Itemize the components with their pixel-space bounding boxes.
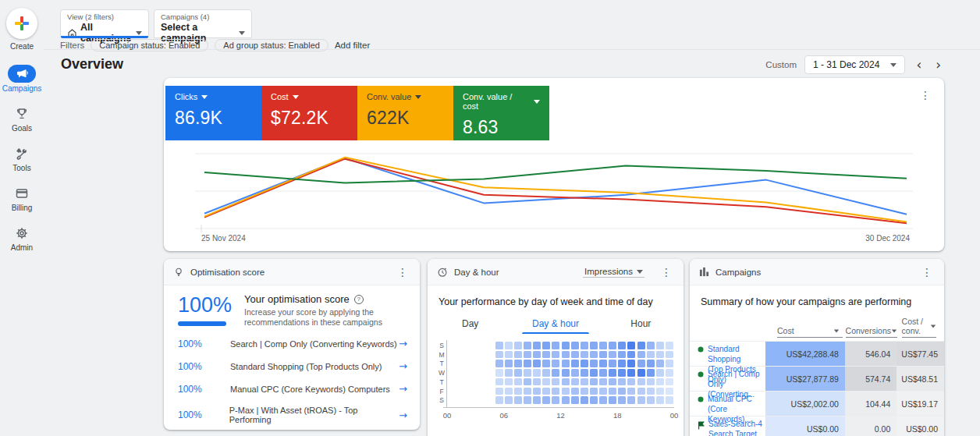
add-filter-button[interactable]: Add filter xyxy=(335,41,370,50)
sidebar-item-admin[interactable]: Admin xyxy=(0,224,44,252)
card-menu-button[interactable]: ⋮ xyxy=(395,266,410,278)
heatmap-cell[interactable] xyxy=(609,342,616,349)
heatmap-cell[interactable] xyxy=(581,351,588,359)
heatmap-cell[interactable] xyxy=(599,342,607,349)
heatmap-cell[interactable] xyxy=(590,360,598,367)
campaign-selector[interactable]: Campaigns (4) Select a campaign xyxy=(154,9,252,38)
heatmap-cell[interactable] xyxy=(514,378,522,386)
recommendation-row[interactable]: 100% Standard Shopping (Top Products Onl… xyxy=(164,355,420,378)
heatmap-cell[interactable] xyxy=(627,388,635,395)
column-header-cost-conv-[interactable]: Cost / conv. xyxy=(902,317,936,338)
heatmap-cell[interactable] xyxy=(637,342,645,349)
heatmap-cell[interactable] xyxy=(533,360,541,367)
heatmap-cell[interactable] xyxy=(609,360,616,367)
heatmap-cell[interactable] xyxy=(618,360,626,367)
heatmap-cell[interactable] xyxy=(656,378,664,386)
heatmap-cell[interactable] xyxy=(627,396,635,404)
heatmap-cell[interactable] xyxy=(505,369,513,377)
heatmap-cell[interactable] xyxy=(618,378,626,386)
heatmap-cell[interactable] xyxy=(562,360,570,367)
heatmap-cell[interactable] xyxy=(627,342,635,349)
heatmap-cell[interactable] xyxy=(581,388,588,395)
heatmap-cell[interactable] xyxy=(656,369,664,377)
heatmap-cell[interactable] xyxy=(524,396,531,404)
heatmap-cell[interactable] xyxy=(524,351,531,359)
heatmap-cell[interactable] xyxy=(647,396,655,404)
heatmap-cell[interactable] xyxy=(599,396,607,404)
heatmap-cell[interactable] xyxy=(666,342,673,349)
heatmap-cell[interactable] xyxy=(505,396,513,404)
heatmap-cell[interactable] xyxy=(637,369,645,377)
heatmap-cell[interactable] xyxy=(647,369,655,377)
heatmap-cell[interactable] xyxy=(647,388,655,395)
heatmap-cell[interactable] xyxy=(627,378,635,386)
heatmap-cell[interactable] xyxy=(524,388,531,395)
heatmap-cell[interactable] xyxy=(505,342,513,349)
heatmap-cell[interactable] xyxy=(627,360,635,367)
heatmap-cell[interactable] xyxy=(599,360,607,367)
heatmap-cell[interactable] xyxy=(562,378,570,386)
heatmap-cell[interactable] xyxy=(618,342,626,349)
heatmap-cell[interactable] xyxy=(514,360,522,367)
heatmap-cell[interactable] xyxy=(562,388,570,395)
date-next-button[interactable]: › xyxy=(932,58,944,72)
heatmap-cell[interactable] xyxy=(542,378,550,386)
heatmap-cell[interactable] xyxy=(656,396,664,404)
heatmap-cell[interactable] xyxy=(656,388,664,395)
heatmap-metric-selector[interactable]: Impressions xyxy=(583,266,644,278)
heatmap-cell[interactable] xyxy=(514,342,522,349)
heatmap-cell[interactable] xyxy=(562,342,570,349)
tab-hour[interactable]: Hour xyxy=(598,318,683,334)
heatmap-cell[interactable] xyxy=(505,388,513,395)
heatmap-cell[interactable] xyxy=(562,351,570,359)
heatmap-cell[interactable] xyxy=(609,351,616,359)
heatmap-cell[interactable] xyxy=(647,342,655,349)
heatmap-cell[interactable] xyxy=(552,360,559,367)
heatmap-cell[interactable] xyxy=(495,351,503,359)
heatmap-cell[interactable] xyxy=(552,351,559,359)
heatmap-cell[interactable] xyxy=(505,360,513,367)
date-range-picker[interactable]: 1 - 31 Dec 2024 xyxy=(804,55,905,74)
heatmap-cell[interactable] xyxy=(524,360,531,367)
heatmap-cell[interactable] xyxy=(514,396,522,404)
heatmap-cell[interactable] xyxy=(581,342,588,349)
heatmap-cell[interactable] xyxy=(637,378,645,386)
recommendation-row[interactable]: 100% Search | Comp Only (Converting Keyw… xyxy=(164,332,420,355)
heatmap-cell[interactable] xyxy=(542,388,550,395)
heatmap-cell[interactable] xyxy=(495,378,503,386)
date-prev-button[interactable]: ‹ xyxy=(913,58,925,72)
heatmap-cell[interactable] xyxy=(656,351,664,359)
heatmap-cell[interactable] xyxy=(656,342,664,349)
heatmap-cell[interactable] xyxy=(666,369,673,377)
tab-day-hour[interactable]: Day & hour xyxy=(513,318,598,334)
campaign-name-link[interactable]: Search | Comp Only(Converting... xyxy=(690,367,765,391)
heatmap-cell[interactable] xyxy=(666,388,673,395)
heatmap-cell[interactable] xyxy=(524,369,531,377)
heatmap-cell[interactable] xyxy=(505,378,513,386)
arrow-right-icon[interactable]: → xyxy=(399,383,407,395)
help-icon[interactable]: ? xyxy=(354,295,364,304)
heatmap-cell[interactable] xyxy=(571,351,579,359)
heatmap-cell[interactable] xyxy=(533,351,541,359)
heatmap-cell[interactable] xyxy=(571,360,579,367)
chart-menu-button[interactable]: ⋮ xyxy=(918,89,933,101)
heatmap-cell[interactable] xyxy=(542,342,550,349)
heatmap-cell[interactable] xyxy=(599,378,607,386)
heatmap-cell[interactable] xyxy=(542,351,550,359)
filter-pill-1[interactable]: Ad group status: Enabled xyxy=(215,39,328,51)
filter-pill-0[interactable]: Campaign status: Enabled xyxy=(91,39,208,51)
heatmap-cell[interactable] xyxy=(505,351,513,359)
heatmap-cell[interactable] xyxy=(618,396,626,404)
card-menu-button[interactable]: ⋮ xyxy=(659,266,674,278)
heatmap-cell[interactable] xyxy=(637,360,645,367)
metric-button-conv-value[interactable]: Conv. value 622K xyxy=(357,86,453,140)
heatmap-cell[interactable] xyxy=(609,388,616,395)
heatmap-cell[interactable] xyxy=(590,342,598,349)
metric-button-clicks[interactable]: Clicks 86.9K xyxy=(165,86,261,140)
arrow-right-icon[interactable]: → xyxy=(399,338,407,349)
heatmap-cell[interactable] xyxy=(590,351,598,359)
view-selector[interactable]: View (2 filters) All campaigns xyxy=(60,9,149,38)
campaign-name-link[interactable]: Standard Shopping(Top Products Only) xyxy=(690,342,765,366)
heatmap-cell[interactable] xyxy=(656,360,664,367)
tab-day[interactable]: Day xyxy=(428,318,513,334)
